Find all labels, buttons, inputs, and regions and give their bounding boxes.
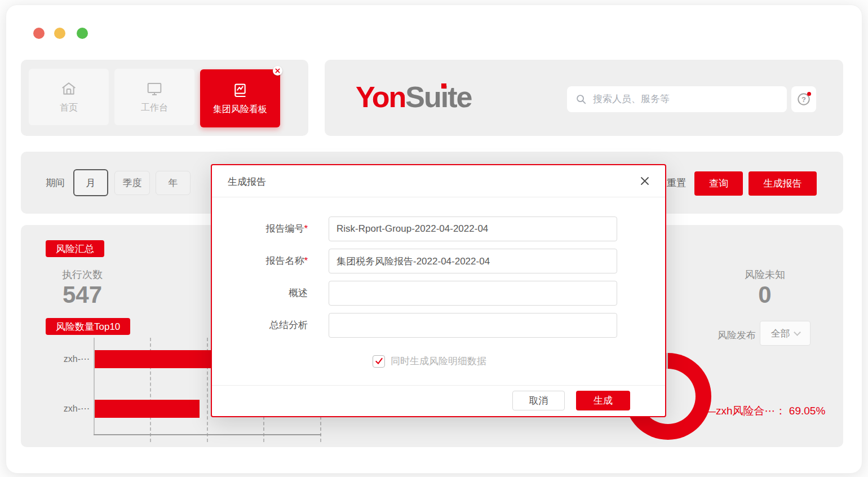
bar-category-label: zxh-⋯ bbox=[33, 403, 90, 414]
global-search[interactable] bbox=[567, 86, 787, 112]
window-minimize-dot[interactable] bbox=[54, 28, 65, 39]
detail-data-checkbox[interactable] bbox=[373, 355, 385, 368]
search-icon bbox=[575, 93, 587, 105]
risk-unknown-value: 0 bbox=[717, 281, 813, 308]
reset-button[interactable]: 重置 bbox=[667, 176, 686, 189]
tab-group-risk-dashboard[interactable]: 集团风险看板 bbox=[200, 69, 280, 127]
monitor-icon bbox=[145, 80, 163, 98]
search-input[interactable] bbox=[593, 94, 779, 105]
detail-data-checkbox-row: 同时生成风险明细数据 bbox=[373, 355, 486, 368]
generate-report-button[interactable]: 生成报告 bbox=[749, 171, 817, 196]
bar-category-label: zxh-⋯ bbox=[33, 354, 90, 364]
required-asterisk: * bbox=[304, 223, 308, 234]
screen: 首页 工作台 集团风险看板 bbox=[0, 0, 868, 477]
tab-label: 首页 bbox=[60, 102, 78, 114]
dialog-footer: 取消 生成 bbox=[212, 385, 665, 417]
home-icon bbox=[60, 80, 78, 98]
field-label: 概述 bbox=[234, 286, 308, 299]
field-label: 总结分析 bbox=[234, 319, 308, 332]
exec-count-value: 547 bbox=[34, 281, 130, 308]
form-row-report-name: 报告名称* bbox=[212, 249, 665, 273]
check-icon bbox=[375, 357, 383, 365]
form-row-report-code: 报告编号* bbox=[212, 217, 665, 241]
required-asterisk: * bbox=[304, 255, 308, 266]
dashboard-icon bbox=[231, 82, 249, 100]
query-button[interactable]: 查询 bbox=[694, 171, 743, 196]
field-label: 报告名称* bbox=[234, 254, 308, 267]
risk-publish-select[interactable]: 全部 bbox=[760, 321, 811, 346]
svg-text:?: ? bbox=[801, 95, 806, 104]
field-label: 报告编号* bbox=[234, 222, 308, 235]
risk-unknown-label: 风险未知 bbox=[717, 268, 813, 281]
donut-slice-label: —zxh风险合⋯： 69.05% bbox=[705, 404, 825, 418]
period-option-quarter[interactable]: 季度 bbox=[114, 171, 150, 195]
tab-workbench[interactable]: 工作台 bbox=[114, 69, 194, 125]
tab-home[interactable]: 首页 bbox=[29, 69, 109, 125]
period-option-year[interactable]: 年 bbox=[156, 171, 191, 195]
notification-dot bbox=[807, 92, 811, 96]
form-row-overview: 概述 bbox=[212, 281, 665, 306]
chart-x-axis bbox=[94, 434, 321, 435]
chevron-down-icon bbox=[794, 329, 801, 336]
nav-tabs-panel: 首页 工作台 集团风险看板 bbox=[21, 60, 308, 136]
report-code-input[interactable] bbox=[329, 217, 617, 241]
tab-label: 集团风险看板 bbox=[213, 104, 267, 116]
close-icon bbox=[275, 68, 280, 73]
selected-option: 全部 bbox=[771, 327, 790, 340]
form-row-summary: 总结分析 bbox=[212, 313, 665, 338]
report-name-input[interactable] bbox=[329, 249, 617, 273]
dialog-header: 生成报告 bbox=[212, 165, 665, 197]
help-button[interactable]: ? bbox=[791, 86, 816, 112]
window-close-dot[interactable] bbox=[33, 28, 45, 39]
exec-count-label: 执行次数 bbox=[34, 268, 130, 281]
risk-top10-badge: 风险数量Top10 bbox=[46, 318, 130, 335]
overview-input[interactable] bbox=[329, 281, 617, 306]
summary-analysis-input[interactable] bbox=[329, 313, 617, 338]
app-window: 首页 工作台 集团风险看板 bbox=[6, 5, 862, 474]
cancel-button[interactable]: 取消 bbox=[512, 391, 565, 410]
tab-close-button[interactable] bbox=[273, 66, 282, 76]
generate-report-dialog: 生成报告 报告编号* 报告名称* 概述 总结分析 bbox=[211, 164, 666, 417]
dialog-close-button[interactable] bbox=[638, 174, 652, 188]
window-maximize-dot[interactable] bbox=[77, 28, 88, 39]
period-label: 期间 bbox=[46, 176, 65, 189]
close-icon bbox=[640, 176, 650, 186]
tab-label: 工作台 bbox=[141, 102, 168, 114]
period-option-month[interactable]: 月 bbox=[73, 169, 108, 196]
risk-summary-badge: 风险汇总 bbox=[46, 240, 104, 257]
risk-publish-label: 风险发布 bbox=[718, 329, 756, 342]
yonsuite-logo: YonSuite bbox=[356, 80, 472, 114]
checkbox-label: 同时生成风险明细数据 bbox=[391, 355, 486, 368]
bar[interactable] bbox=[95, 400, 200, 418]
submit-generate-button[interactable]: 生成 bbox=[576, 391, 630, 410]
header-panel: YonSuite ? bbox=[325, 60, 843, 136]
dialog-title: 生成报告 bbox=[228, 175, 266, 188]
